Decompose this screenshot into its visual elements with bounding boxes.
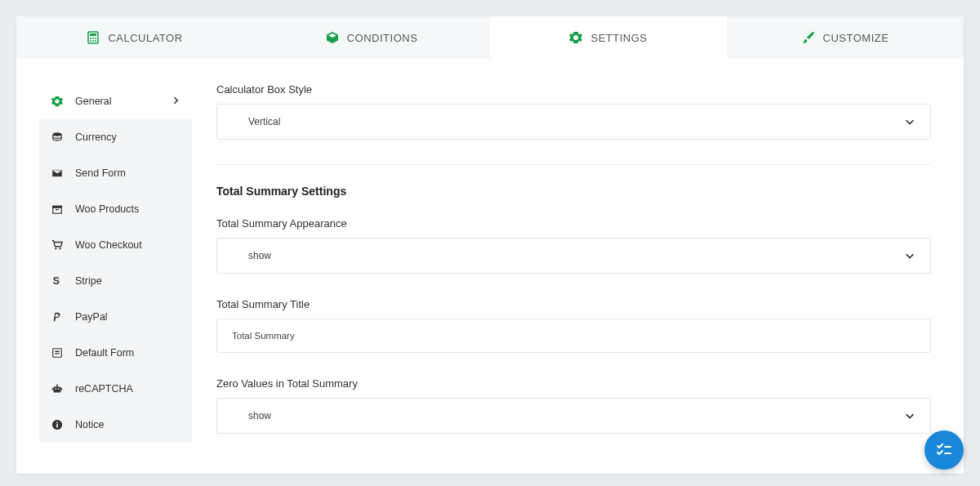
svg-rect-16 <box>54 386 61 392</box>
sidebar-item-label: Send Form <box>75 167 126 179</box>
sidebar-item-woo-checkout[interactable]: Woo Checkout <box>39 227 192 263</box>
help-fab-button[interactable] <box>924 430 964 470</box>
sidebar-item-label: Currency <box>75 132 117 143</box>
sidebar-item-currency[interactable]: Currency <box>39 119 192 155</box>
cart-icon <box>51 239 64 252</box>
divider <box>216 164 931 165</box>
sidebar-item-default-form[interactable]: Default Form <box>39 335 192 371</box>
checklist-icon <box>934 440 954 460</box>
sidebar-item-send-form[interactable]: Send Form <box>39 155 192 191</box>
sidebar-item-general[interactable]: General <box>39 83 192 119</box>
tab-label: CONDITIONS <box>347 32 418 44</box>
zero-label: Zero Values in Total Summary <box>216 377 931 390</box>
tab-label: CALCULATOR <box>108 32 182 44</box>
svg-rect-1 <box>90 33 96 36</box>
sidebar-item-label: reCAPTCHA <box>75 383 133 395</box>
select-value: show <box>248 410 271 421</box>
svg-text:S: S <box>53 275 60 287</box>
svg-point-3 <box>92 38 94 39</box>
app-container: CALCULATOR CONDITIONS SETTINGS CUSTOMIZE <box>16 16 964 474</box>
svg-point-13 <box>59 247 60 249</box>
svg-rect-15 <box>53 349 62 358</box>
svg-point-17 <box>55 388 56 390</box>
form-icon <box>51 346 64 359</box>
select-value: Vertical <box>248 116 280 127</box>
tab-conditions[interactable]: CONDITIONS <box>253 16 490 59</box>
sidebar-item-label: Notice <box>75 419 104 430</box>
tab-label: CUSTOMIZE <box>823 32 889 44</box>
sidebar-item-label: General <box>75 96 111 107</box>
title-input[interactable] <box>216 319 931 353</box>
svg-rect-21 <box>60 388 62 390</box>
sidebar-item-label: Woo Checkout <box>75 239 142 251</box>
sidebar-item-label: Woo Products <box>75 203 139 215</box>
sidebar-item-stripe[interactable]: S Stripe <box>39 263 192 299</box>
title-label: Total Summary Title <box>216 298 931 310</box>
top-tabs: CALCULATOR CONDITIONS SETTINGS CUSTOMIZE <box>16 16 964 59</box>
box-style-label: Calculator Box Style <box>216 83 931 96</box>
sidebar-item-label: PayPal <box>75 311 108 323</box>
sidebar-item-paypal[interactable]: PayPal <box>39 299 192 335</box>
tab-customize[interactable]: CUSTOMIZE <box>727 16 964 59</box>
svg-point-2 <box>90 38 91 39</box>
robot-icon <box>51 382 64 395</box>
svg-rect-11 <box>56 209 59 210</box>
sidebar-item-recaptcha[interactable]: reCAPTCHA <box>39 371 192 407</box>
appearance-select[interactable]: show <box>216 238 931 274</box>
svg-point-18 <box>58 388 60 390</box>
coins-icon <box>51 131 64 144</box>
archive-icon <box>51 203 64 216</box>
envelope-icon <box>51 167 64 180</box>
appearance-label: Total Summary Appearance <box>216 217 931 230</box>
select-value: show <box>248 250 271 261</box>
svg-point-4 <box>95 38 96 39</box>
svg-rect-19 <box>56 385 58 387</box>
svg-point-8 <box>53 132 62 136</box>
zero-select[interactable]: show <box>216 398 931 434</box>
chevron-down-icon <box>904 250 915 261</box>
brush-icon <box>802 31 815 44</box>
info-icon <box>51 418 64 431</box>
svg-point-6 <box>92 40 94 42</box>
tab-label: SETTINGS <box>590 32 647 44</box>
tab-settings[interactable]: SETTINGS <box>490 16 727 59</box>
svg-rect-20 <box>52 388 54 390</box>
svg-point-12 <box>55 247 56 249</box>
paypal-icon <box>51 310 64 323</box>
gear-icon <box>569 31 582 44</box>
gear-icon <box>51 95 64 108</box>
chevron-down-icon <box>904 116 915 127</box>
main-panel: Calculator Box Style Vertical Total Summ… <box>192 59 964 474</box>
sidebar-item-label: Stripe <box>75 275 102 287</box>
sidebar-item-woo-products[interactable]: Woo Products <box>39 191 192 227</box>
sidebar-item-label: Default Form <box>75 347 134 359</box>
chevron-down-icon <box>904 410 915 421</box>
stripe-icon: S <box>51 274 64 288</box>
calculator-icon <box>87 31 100 44</box>
svg-point-5 <box>90 40 91 42</box>
svg-point-23 <box>56 422 58 424</box>
sidebar-item-notice[interactable]: Notice <box>39 407 192 443</box>
total-summary-heading: Total Summary Settings <box>216 185 931 198</box>
chevron-right-icon <box>171 96 180 108</box>
settings-sidebar: General Currency Send Form <box>16 59 192 474</box>
svg-rect-24 <box>56 424 58 427</box>
box-icon <box>326 31 339 44</box>
svg-point-7 <box>95 40 96 42</box>
tab-calculator[interactable]: CALCULATOR <box>16 16 253 59</box>
content-area: General Currency Send Form <box>16 59 964 474</box>
svg-rect-10 <box>53 207 62 213</box>
box-style-select[interactable]: Vertical <box>216 104 931 140</box>
sidebar-list: General Currency Send Form <box>39 83 192 443</box>
